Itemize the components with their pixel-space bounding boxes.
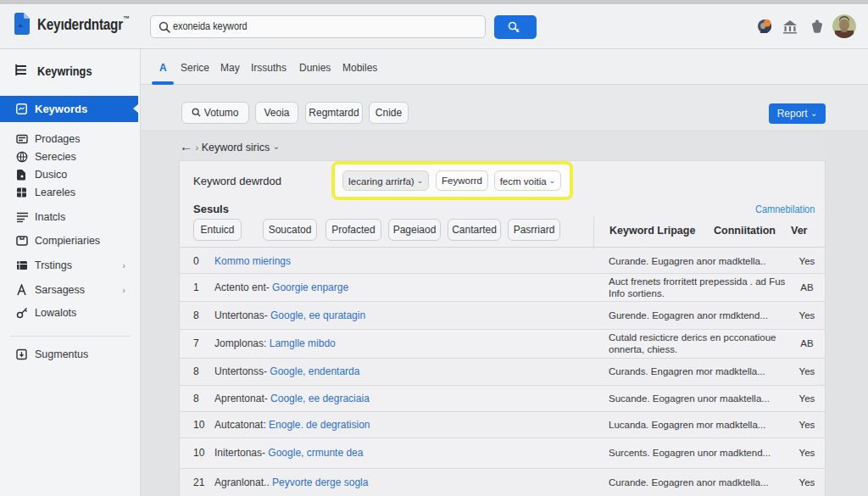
- svg-text:s: s: [516, 27, 520, 33]
